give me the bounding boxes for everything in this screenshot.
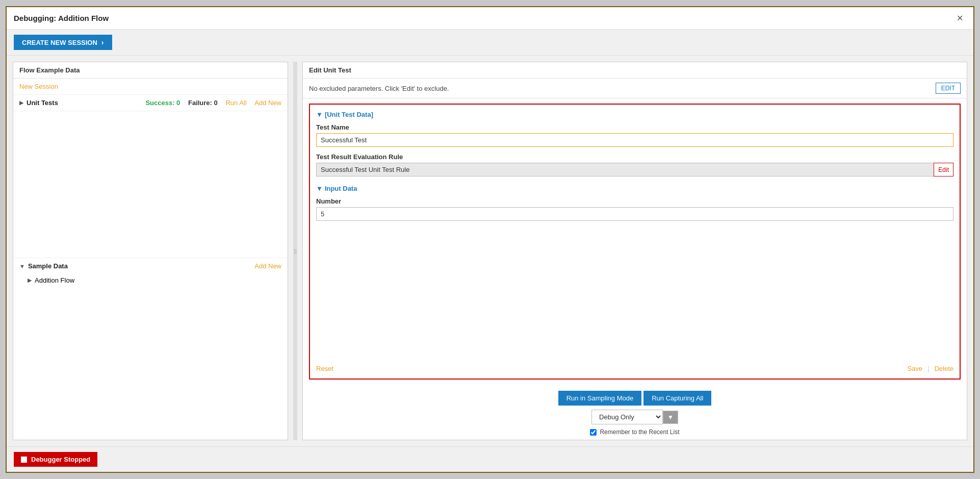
- title-bar: Debugging: Addition Flow ✕: [7, 7, 973, 30]
- number-label: Number: [316, 197, 953, 205]
- remember-row: Remember to the Recent List: [590, 428, 679, 436]
- test-name-label: Test Name: [316, 123, 953, 131]
- collapse-arrow-input[interactable]: ▼: [316, 185, 323, 192]
- remember-label: Remember to the Recent List: [600, 428, 679, 436]
- unit-tests-success: Success: 0: [145, 99, 180, 107]
- dropdown-arrow-button[interactable]: ▼: [663, 411, 678, 424]
- new-session-link[interactable]: New Session: [13, 79, 288, 95]
- collapse-arrow-unit-test[interactable]: ▼: [316, 111, 323, 118]
- window-title: Debugging: Addition Flow: [14, 14, 109, 22]
- test-name-input[interactable]: [316, 133, 953, 147]
- stop-icon: [21, 457, 27, 463]
- number-input[interactable]: [316, 207, 953, 221]
- panel-divider[interactable]: ||: [293, 62, 297, 440]
- input-data-label: Input Data: [325, 185, 357, 192]
- delete-link[interactable]: Delete: [934, 365, 953, 372]
- remember-checkbox[interactable]: [590, 429, 597, 436]
- run-sampling-button[interactable]: Run in Sampling Mode: [558, 391, 642, 406]
- addition-flow-row: ▶ Addition Flow: [13, 274, 288, 287]
- unit-test-data-box: ▼ [Unit Test Data] Test Name Test Result…: [309, 104, 961, 380]
- unit-tests-failure: Failure: 0: [188, 99, 218, 107]
- failure-count: 0: [214, 99, 218, 107]
- eval-rule-edit-button[interactable]: Edit: [934, 163, 953, 177]
- run-all-link[interactable]: Run All: [225, 99, 246, 107]
- unit-test-actions: Reset Save | Delete: [316, 359, 953, 372]
- unit-test-data-section-title: ▼ [Unit Test Data]: [316, 111, 953, 118]
- bottom-bar: Debugger Stopped: [7, 446, 973, 472]
- edit-unit-test-header: Edit Unit Test: [303, 62, 967, 79]
- success-count: 0: [176, 99, 180, 107]
- sample-data-section: ▼ Sample Data Add New ▶ Addition Flow: [13, 258, 288, 287]
- debug-mode-select[interactable]: Debug Only: [591, 410, 663, 424]
- reset-link[interactable]: Reset: [316, 365, 333, 372]
- sample-data-expand-arrow[interactable]: ▼: [19, 263, 25, 269]
- create-session-label: CREATE NEW SESSION: [22, 39, 97, 46]
- failure-label: Failure:: [188, 99, 212, 107]
- test-name-group: Test Name: [316, 123, 953, 147]
- close-button[interactable]: ✕: [953, 12, 966, 24]
- left-panel: Flow Example Data New Session ▶ Unit Tes…: [13, 62, 288, 440]
- right-actions: Save | Delete: [907, 365, 953, 372]
- save-link[interactable]: Save: [907, 365, 922, 372]
- debugger-stopped-label: Debugger Stopped: [31, 456, 90, 463]
- create-new-session-button[interactable]: CREATE NEW SESSION ›: [14, 35, 112, 50]
- input-data-section-title: ▼ Input Data: [316, 185, 953, 192]
- unit-tests-label: Unit Tests: [27, 99, 142, 107]
- action-separator: |: [927, 365, 929, 372]
- debugger-stopped-button[interactable]: Debugger Stopped: [14, 452, 97, 467]
- unit-tests-expand-arrow[interactable]: ▶: [19, 99, 23, 106]
- run-capturing-button[interactable]: Run Capturing All: [643, 391, 711, 406]
- unit-test-data-label: [Unit Test Data]: [325, 111, 373, 118]
- main-window: Debugging: Addition Flow ✕ CREATE NEW SE…: [6, 6, 974, 473]
- flow-example-data-header: Flow Example Data: [13, 62, 288, 79]
- sample-data-row: ▼ Sample Data Add New: [13, 258, 288, 274]
- toolbar: CREATE NEW SESSION ›: [7, 30, 973, 56]
- addition-flow-label: Addition Flow: [35, 276, 74, 284]
- right-panel: Edit Unit Test No excluded parameters. C…: [302, 62, 967, 440]
- number-group: Number: [316, 197, 953, 221]
- sample-data-add-new-link[interactable]: Add New: [254, 262, 281, 270]
- create-session-arrow: ›: [101, 38, 104, 46]
- addition-flow-expand-arrow[interactable]: ▶: [28, 277, 32, 284]
- edit-unit-test-title: Edit Unit Test: [309, 66, 351, 74]
- content-area: Flow Example Data New Session ▶ Unit Tes…: [7, 56, 973, 446]
- unit-tests-add-new-link[interactable]: Add New: [254, 99, 281, 107]
- excluded-params-edit-button[interactable]: EDIT: [936, 83, 961, 94]
- test-result-group: Test Result Evaluation Rule Edit: [316, 153, 953, 177]
- test-result-input[interactable]: [316, 163, 953, 177]
- unit-tests-row: ▶ Unit Tests Success: 0 Failure: 0 Run A…: [13, 95, 288, 111]
- debug-dropdown-row: Debug Only ▼: [591, 410, 678, 424]
- input-data-section: ▼ Input Data Number: [316, 185, 953, 227]
- sample-data-label: Sample Data: [28, 262, 251, 270]
- success-label: Success:: [145, 99, 174, 107]
- excluded-params-bar: No excluded parameters. Click 'Edit' to …: [303, 79, 967, 98]
- test-result-label: Test Result Evaluation Rule: [316, 153, 953, 161]
- excluded-params-text: No excluded parameters. Click 'Edit' to …: [309, 85, 449, 92]
- eval-rule-wrapper: Edit: [316, 163, 953, 177]
- run-section: Run in Sampling Mode Run Capturing All D…: [303, 385, 967, 440]
- run-buttons-row: Run in Sampling Mode Run Capturing All: [558, 391, 712, 406]
